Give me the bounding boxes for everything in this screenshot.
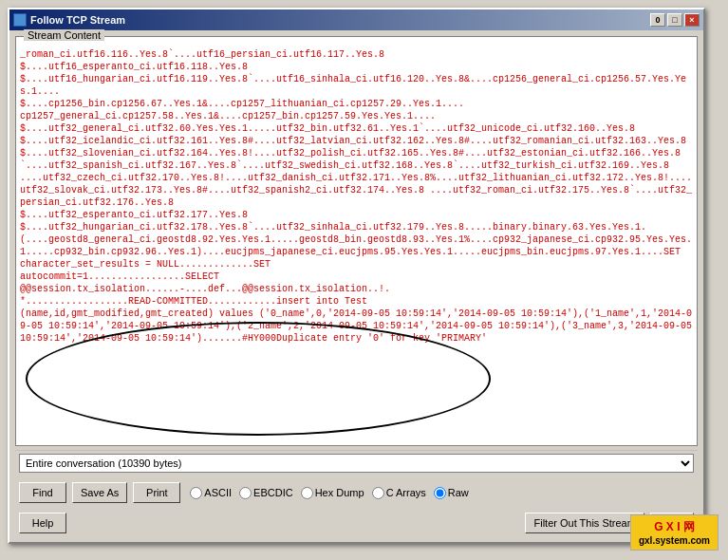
save-as-button[interactable]: Save As [72,482,127,503]
ascii-radio-label[interactable]: ASCII [190,487,232,499]
action-button-row: Find Save As Print ASCII EBCDIC Hex Dump [15,479,698,506]
window-title: Follow TCP Stream [30,14,125,26]
hex-dump-label: Hex Dump [315,487,364,498]
conversation-dropdown[interactable]: Entire conversation (10390 bytes) [19,454,694,473]
maximize-button[interactable]: □ [667,13,682,27]
ascii-label: ASCII [204,487,232,498]
ascii-radio[interactable] [190,487,202,499]
dropdown-row: Entire conversation (10390 bytes) [15,450,698,476]
minimize-button[interactable]: 0 [650,13,665,27]
ebcdic-radio-label[interactable]: EBCDIC [239,487,293,499]
bottom-row: Help Filter Out This Stream Close [15,510,698,536]
title-bar-controls: 0 □ × [650,13,700,27]
help-button[interactable]: Help [19,513,66,533]
follow-tcp-stream-window: Follow TCP Stream 0 □ × Stream Content _… [8,8,705,544]
filter-out-button[interactable]: Filter Out This Stream [525,513,644,533]
find-button[interactable]: Find [19,482,66,503]
ebcdic-radio[interactable] [239,487,252,499]
watermark-line1: G X I 网 [639,519,710,535]
hex-dump-radio[interactable] [301,487,313,499]
c-arrays-label: C Arrays [386,487,426,498]
watermark-line2: gxl.system.com [639,535,710,546]
encoding-radio-group: ASCII EBCDIC Hex Dump C Arrays Raw [190,487,468,499]
c-arrays-radio[interactable] [372,487,384,499]
stream-text-area[interactable]: _roman_ci.utf16.116..Yes.8`....utf16_per… [16,45,697,445]
raw-radio-label[interactable]: Raw [434,487,469,499]
window-content: Stream Content _roman_ci.utf16.116..Yes.… [9,30,703,542]
c-arrays-radio-label[interactable]: C Arrays [372,487,426,499]
hex-dump-radio-label[interactable]: Hex Dump [301,487,364,499]
print-button[interactable]: Print [133,482,180,503]
title-bar-title: Follow TCP Stream [13,13,125,27]
ebcdic-label: EBCDIC [253,487,293,498]
window-icon [13,13,27,27]
group-box-label: Stream Content [24,29,104,41]
raw-radio[interactable] [434,487,446,499]
watermark: G X I 网 gxl.system.com [630,514,719,551]
stream-content-group: Stream Content _roman_ci.utf16.116..Yes.… [15,36,698,446]
raw-label: Raw [448,487,469,498]
close-window-button[interactable]: × [684,13,700,27]
title-bar: Follow TCP Stream 0 □ × [9,9,703,30]
